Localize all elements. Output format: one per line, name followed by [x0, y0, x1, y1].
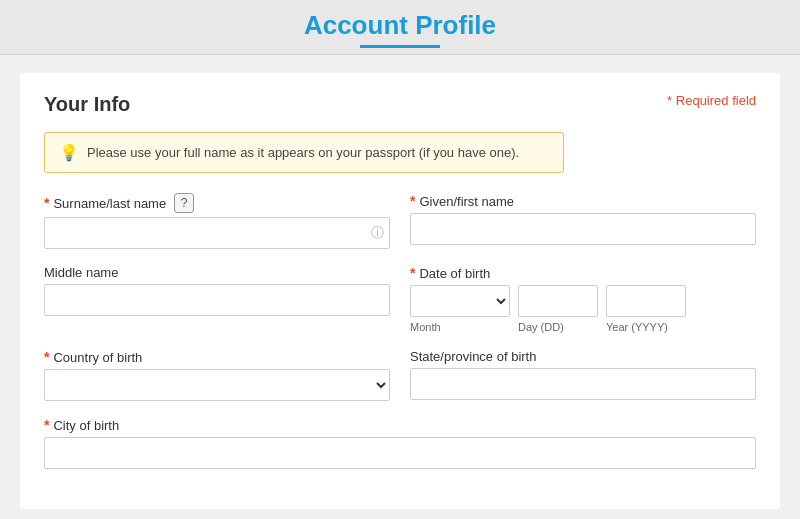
given-name-required-star: * — [410, 193, 415, 209]
city-input[interactable] — [44, 437, 756, 469]
dob-month-select[interactable]: January February March April May June Ju… — [410, 285, 510, 317]
given-name-group: * Given/first name — [410, 193, 756, 245]
city-group: * City of birth — [44, 417, 756, 469]
middle-dob-row: Middle name * Date of birth January Febr… — [44, 265, 756, 333]
dob-group-container: * Date of birth January February March A… — [410, 265, 756, 333]
country-group: * Country of birth — [44, 349, 390, 401]
country-state-row: * Country of birth State/province of bir… — [44, 349, 756, 401]
state-group: State/province of birth — [410, 349, 756, 400]
info-banner: 💡 Please use your full name as it appear… — [44, 132, 564, 173]
dob-day-input[interactable] — [518, 285, 598, 317]
surname-required-star: * — [44, 195, 49, 211]
dob-year-input[interactable] — [606, 285, 686, 317]
title-underline — [360, 45, 440, 48]
surname-input[interactable] — [44, 217, 390, 249]
dob-fields: January February March April May June Ju… — [410, 285, 756, 333]
section-title: Your Info — [44, 93, 130, 116]
page-header: Account Profile — [0, 0, 800, 55]
city-label: City of birth — [53, 418, 119, 433]
dob-month-field: January February March April May June Ju… — [410, 285, 510, 333]
dob-label-row: * Date of birth — [410, 265, 756, 281]
dob-year-label: Year (YYYY) — [606, 321, 686, 333]
country-required-star: * — [44, 349, 49, 365]
given-name-input[interactable] — [410, 213, 756, 245]
bulb-icon: 💡 — [59, 143, 79, 162]
surname-label: Surname/last name — [53, 196, 166, 211]
state-label: State/province of birth — [410, 349, 756, 364]
city-required-star: * — [44, 417, 49, 433]
surname-help-button[interactable]: ? — [174, 193, 194, 213]
page-title: Account Profile — [0, 10, 800, 41]
country-label: Country of birth — [53, 350, 142, 365]
dob-label: Date of birth — [419, 266, 490, 281]
middle-name-group: Middle name — [44, 265, 390, 316]
name-row: * Surname/last name ? ⓘ * Given/first na… — [44, 193, 756, 249]
country-label-row: * Country of birth — [44, 349, 390, 365]
dob-day-field: Day (DD) — [518, 285, 598, 333]
given-name-label: Given/first name — [419, 194, 514, 209]
dob-year-field: Year (YYYY) — [606, 285, 686, 333]
info-banner-text: Please use your full name as it appears … — [87, 145, 519, 160]
dob-required-star: * — [410, 265, 415, 281]
surname-input-wrapper: ⓘ — [44, 217, 390, 249]
surname-label-row: * Surname/last name ? — [44, 193, 390, 213]
dob-month-label: Month — [410, 321, 510, 333]
surname-info-icon: ⓘ — [371, 224, 384, 242]
dob-day-label: Day (DD) — [518, 321, 598, 333]
section-header: Your Info * Required field — [44, 93, 756, 116]
city-row: * City of birth — [44, 417, 756, 469]
city-label-row: * City of birth — [44, 417, 756, 433]
required-note: * Required field — [667, 93, 756, 108]
middle-name-input[interactable] — [44, 284, 390, 316]
surname-group: * Surname/last name ? ⓘ — [44, 193, 390, 249]
given-name-label-row: * Given/first name — [410, 193, 756, 209]
state-input[interactable] — [410, 368, 756, 400]
form-container: Your Info * Required field 💡 Please use … — [20, 73, 780, 509]
country-select[interactable] — [44, 369, 390, 401]
middle-name-label: Middle name — [44, 265, 390, 280]
